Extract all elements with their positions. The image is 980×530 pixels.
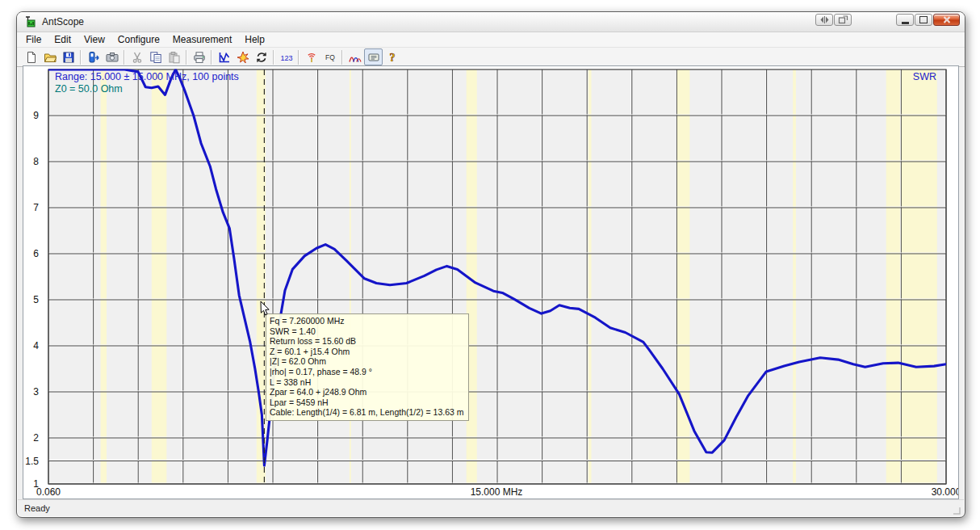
close-button[interactable]	[933, 14, 960, 26]
y-tick-label: 3	[23, 387, 39, 397]
window-overlay-icon	[838, 15, 848, 24]
titlebar-extra-buttons	[815, 14, 852, 26]
print-icon	[193, 51, 206, 64]
print-button[interactable]	[190, 48, 208, 65]
toolbar: 123FQ?	[17, 48, 965, 67]
svg-text:?: ?	[389, 52, 395, 64]
refresh-measurement-button[interactable]	[252, 48, 270, 65]
help-question-icon: ?	[386, 51, 399, 64]
toolbar-separator	[186, 50, 187, 65]
toolbar-separator	[124, 50, 125, 65]
x-tick-label: 30.000	[932, 486, 959, 498]
maximize-icon	[919, 16, 928, 23]
tooltip-line: Cable: Length(1/4) = 6.81 m, Length(1/2)…	[270, 407, 464, 418]
svg-text:FQ: FQ	[325, 53, 335, 61]
chart-view-icon	[218, 51, 231, 64]
toolbar-separator	[211, 50, 212, 65]
window-overlay-button[interactable]	[834, 14, 852, 26]
tooltip-line: SWR = 1.40	[270, 326, 464, 337]
y-tick-label: 5	[23, 295, 39, 305]
frequency-fq-button[interactable]: FQ	[320, 48, 339, 65]
menu-measurement[interactable]: Measurement	[166, 33, 238, 46]
connect-device-button[interactable]	[84, 48, 103, 65]
y-tick-label: 7	[23, 203, 39, 212]
toolbar-separator	[273, 50, 274, 65]
toolbar-separator	[298, 50, 299, 65]
new-document-icon	[25, 51, 38, 64]
new-document-button[interactable]	[22, 48, 40, 65]
paste-button[interactable]	[165, 48, 183, 65]
help-question-button[interactable]: ?	[383, 48, 401, 65]
title-bar[interactable]: AntScope	[17, 12, 965, 32]
save-file-button[interactable]	[59, 48, 77, 65]
clear-chart-button[interactable]	[233, 48, 252, 65]
paste-icon	[168, 51, 181, 64]
window-title: AntScope	[42, 16, 84, 27]
numbers-123-button[interactable]: 123	[277, 48, 295, 65]
minimize-icon	[902, 22, 909, 24]
tooltip-line: Z = 60.1 + j15.4 Ohm	[270, 347, 464, 357]
menu-help[interactable]: Help	[238, 33, 271, 46]
menu-configure[interactable]: Configure	[111, 33, 166, 46]
copy-button[interactable]	[146, 48, 165, 65]
marker-tooltip: Fq = 7.260000 MHzSWR = 1.40Return loss =…	[266, 313, 469, 421]
z0-annotation: Z0 = 50.0 Ohm	[55, 83, 123, 95]
antenna-signal-icon	[305, 51, 318, 64]
cut-icon	[131, 51, 144, 64]
open-file-button[interactable]	[40, 48, 59, 65]
resize-grip[interactable]	[952, 504, 961, 514]
peaks-curves-icon	[349, 51, 362, 64]
svg-text:123: 123	[280, 53, 292, 61]
tooltip-line: L = 338 nH	[270, 377, 464, 388]
toolbar-separator	[341, 50, 343, 65]
maximize-button[interactable]	[915, 14, 932, 26]
clear-chart-icon	[237, 51, 249, 64]
menu-view[interactable]: View	[77, 33, 111, 46]
trace-label: SWR	[913, 71, 936, 82]
swr-chart-plot[interactable]	[23, 66, 958, 498]
frequency-fq-icon: FQ	[324, 51, 337, 64]
screenshot-camera-button[interactable]	[103, 48, 121, 65]
swr-chart-panel: 11.523456789 0.06015.000 MHz30.000 Range…	[23, 65, 959, 499]
menu-bar: FileEditViewConfigureMeasurementHelp	[17, 32, 965, 48]
minimize-button[interactable]	[896, 14, 914, 26]
chart-view-button[interactable]	[215, 48, 233, 65]
save-file-icon	[62, 51, 75, 64]
x-tick-label: 0.060	[36, 486, 61, 498]
y-tick-label: 4	[23, 341, 39, 351]
antscope-window: AntScope	[16, 11, 965, 518]
notes-list-button[interactable]	[364, 48, 383, 65]
tooltip-line: Zpar = 64.0 + j248.9 Ohm	[270, 387, 464, 398]
peaks-curves-button[interactable]	[346, 48, 364, 65]
toolbar-separator	[80, 50, 82, 65]
tooltip-line: |Z| = 62.0 Ohm	[270, 356, 464, 367]
antscope-app-icon	[24, 15, 37, 28]
y-tick-label: 1.5	[23, 456, 39, 466]
status-text: Ready	[18, 503, 50, 513]
copy-icon	[149, 51, 162, 64]
menu-edit[interactable]: Edit	[48, 33, 77, 46]
close-icon	[943, 16, 951, 23]
numbers-123-icon: 123	[280, 51, 293, 64]
tooltip-line: Fq = 7.260000 MHz	[270, 316, 464, 326]
refresh-measurement-icon	[255, 51, 268, 64]
menu-file[interactable]: File	[19, 33, 48, 46]
y-tick-label: 8	[23, 157, 39, 166]
tooltip-line: Lpar = 5459 nH	[270, 398, 464, 408]
y-tick-label: 6	[23, 249, 39, 259]
compare-icon	[819, 15, 830, 24]
x-tick-label: 15.000 MHz	[471, 486, 523, 498]
compare-views-button[interactable]	[815, 14, 833, 26]
y-tick-label: 9	[23, 111, 39, 120]
antenna-signal-button[interactable]	[302, 48, 320, 65]
range-annotation: Range: 15.000 ± 15.000 MHz, 100 points	[55, 71, 239, 82]
mouse-cursor	[260, 301, 271, 321]
y-tick-label: 2	[23, 433, 39, 443]
open-file-icon	[44, 51, 57, 64]
notes-list-icon	[367, 51, 380, 64]
connect-device-icon	[87, 51, 100, 64]
screenshot-camera-icon	[106, 51, 119, 64]
cut-button[interactable]	[128, 48, 146, 65]
status-bar: Ready	[18, 499, 964, 516]
tooltip-line: Return loss = 15.60 dB	[270, 336, 464, 347]
